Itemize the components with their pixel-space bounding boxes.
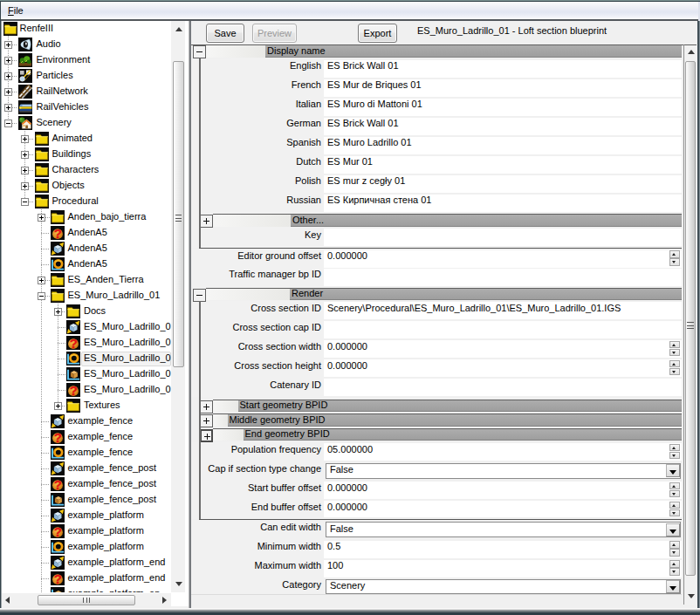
svg-text:?: ? [53,226,61,240]
svg-text:?: ? [53,477,61,491]
svg-text:?: ? [69,336,77,350]
svg-text:?: ? [53,524,61,538]
svg-text:?: ? [69,383,77,397]
svg-text:?: ? [53,430,61,444]
svg-text:?: ? [53,571,61,585]
